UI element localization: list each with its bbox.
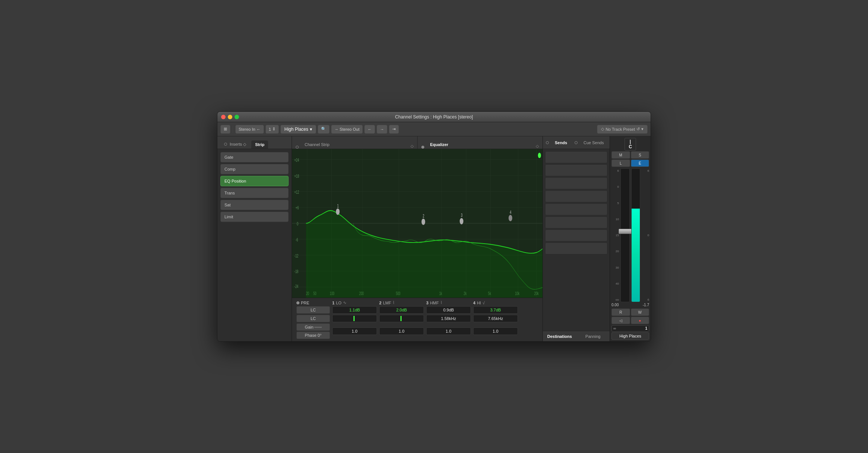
link-icon[interactable]: ∞	[613, 326, 616, 330]
strip-item-comp[interactable]: Comp	[220, 164, 289, 174]
strip-item-sat[interactable]: Sat	[220, 200, 289, 210]
send-slot-4	[545, 190, 607, 202]
scale-neg5: 5	[611, 202, 619, 205]
meter-fill	[632, 209, 640, 302]
sends-tab[interactable]: Sends	[553, 139, 569, 147]
band2-q[interactable]: 1.0	[379, 327, 424, 335]
close-button[interactable]	[221, 115, 226, 119]
meter-scale: 6 0 6	[642, 168, 649, 302]
pre-dot[interactable]	[296, 301, 299, 304]
eq-position-label: EQ Position	[224, 179, 246, 183]
destinations-tab[interactable]: Destinations	[543, 332, 576, 340]
strip-item-limit[interactable]: Limit	[220, 212, 289, 222]
fader-track[interactable]	[620, 168, 630, 302]
fader-i-label: |	[630, 139, 631, 144]
output-label: Stereo Out	[340, 127, 359, 132]
inserts-tab[interactable]: Inserts ◇	[220, 140, 250, 149]
eq-power-dot[interactable]	[538, 153, 541, 158]
band3-freq[interactable]: 1.58kHz	[426, 315, 471, 322]
phase-field[interactable]: Phase 0°	[296, 332, 330, 339]
no-track-preset-button[interactable]: ◇ No Track Preset ↺ ▾	[597, 125, 648, 134]
dropdown-icon: ▾	[310, 127, 312, 132]
band2-gain[interactable]: 2.0dB	[379, 306, 424, 314]
panning-tab[interactable]: Panning	[576, 332, 610, 340]
svg-text:+24: +24	[295, 158, 299, 162]
center-tabs: Channel Strip ◇ Equalizer ◇	[292, 136, 542, 149]
band3-gain[interactable]: 0.9dB	[426, 306, 471, 314]
equalizer-tab[interactable]: Equalizer	[427, 140, 452, 149]
nav-next-button[interactable]: →	[377, 125, 387, 134]
comp-label: Comp	[224, 167, 235, 171]
band-1-dot[interactable]	[336, 209, 340, 215]
arrow-right-icon: →	[334, 127, 339, 132]
channel-strip-section: Channel Strip ◇	[292, 136, 417, 149]
scale-6: 6	[611, 169, 619, 172]
scale-neg10: 10	[611, 218, 619, 221]
m-button[interactable]: M	[611, 151, 630, 159]
e-button[interactable]: E	[631, 159, 650, 167]
band2-type: LMF	[383, 301, 391, 305]
minimize-button[interactable]	[228, 115, 232, 119]
output-button[interactable]: → Stereo Out	[331, 125, 363, 134]
band1-freq[interactable]	[332, 315, 377, 322]
l-button[interactable]: L	[611, 159, 630, 167]
gain-field[interactable]: Gain	[296, 323, 330, 331]
eq-controls: PRE 1 LO ∿ 2 LMF ⌇ 3 HMF ⌇	[292, 298, 542, 341]
eq-svg: +24 +18 +12 +6 0 -6 -12 -18 -24 20 50 10…	[292, 149, 542, 298]
gain-label: Gain	[305, 325, 313, 329]
band2-shape-icon: ⌇	[393, 300, 394, 305]
search-button[interactable]: 🔍	[318, 125, 330, 134]
band-4-dot[interactable]	[509, 215, 512, 221]
band4-shape-icon: √	[482, 301, 485, 305]
preset-label: No Track Preset	[606, 127, 635, 132]
r-button[interactable]: R	[611, 308, 630, 316]
strip-item-gate[interactable]: Gate	[220, 152, 289, 162]
mixer-view-button[interactable]: ⊞	[220, 125, 230, 134]
fader-panel: | C M S L E 6 0 5 10 15 20	[610, 136, 651, 341]
main-content: Inserts ◇ Strip Gate Comp EQ Position	[217, 136, 651, 341]
band4-gain[interactable]: 3.7dB	[473, 306, 518, 314]
cue-sends-dot	[575, 141, 578, 144]
band1-gain[interactable]: 1.1dB	[332, 306, 377, 314]
band4-q[interactable]: 1.0	[473, 327, 518, 335]
band1-q[interactable]: 1.0	[332, 327, 377, 335]
svg-text:4: 4	[510, 210, 511, 215]
band4-freq[interactable]: 7.65kHz	[473, 315, 518, 322]
strip-item-eq-position[interactable]: EQ Position	[220, 176, 289, 186]
fader-section: 6 0 5 10 15 20 30 40 oo	[611, 168, 649, 302]
meter-scale-6: 6	[642, 169, 649, 172]
input-button[interactable]: Stereo In ←	[235, 125, 264, 134]
fader-handle[interactable]	[619, 229, 632, 234]
band-2-dot[interactable]	[421, 219, 425, 225]
meter-scale-neg6: 6	[642, 298, 649, 301]
left-panel-tabs: Inserts ◇ Strip	[217, 136, 292, 149]
scale-neg40: 40	[611, 282, 619, 285]
cue-sends-tab[interactable]: Cue Sends	[582, 139, 605, 147]
channel-settings-button[interactable]: ⇥	[389, 125, 399, 134]
gate-label: Gate	[224, 155, 233, 159]
w-button[interactable]: W	[631, 308, 650, 316]
channel-strip-tab[interactable]: Channel Strip	[301, 140, 333, 149]
lc-label1[interactable]: LC	[296, 306, 330, 314]
channel-name-button[interactable]: High Places ▾	[280, 125, 316, 134]
record-button[interactable]: ●	[631, 317, 650, 324]
window-controls	[221, 115, 239, 119]
band2-freq[interactable]	[379, 315, 424, 322]
nav-prev-button[interactable]: ←	[364, 125, 375, 134]
sat-label: Sat	[224, 203, 231, 207]
band-3-dot[interactable]	[460, 218, 463, 224]
sends-dot	[546, 141, 549, 144]
svg-text:+12: +12	[295, 190, 299, 194]
channel-number-button[interactable]: 1 ⇕	[265, 125, 279, 134]
band3-q[interactable]: 1.0	[426, 327, 471, 335]
strip-tab[interactable]: Strip	[251, 140, 268, 149]
maximize-button[interactable]	[235, 115, 239, 119]
fader-meter-value: -1.7	[643, 303, 649, 307]
gain-slider[interactable]	[314, 327, 322, 328]
speaker-button[interactable]: ◁	[611, 317, 630, 324]
s-button[interactable]: S	[631, 151, 650, 159]
destinations-tabs: Destinations Panning	[543, 331, 610, 341]
fader-center-indicator: | C	[625, 138, 636, 151]
lc-label2[interactable]: LC	[296, 315, 330, 322]
strip-item-trans[interactable]: Trans	[220, 188, 289, 198]
